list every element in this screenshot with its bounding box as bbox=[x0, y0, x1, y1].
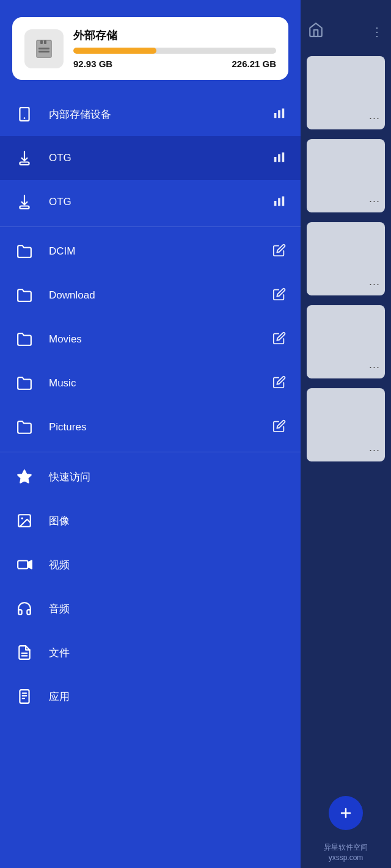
storage-title: 外部存储 bbox=[73, 28, 276, 43]
storage-card[interactable]: 外部存储 92.93 GB 226.21 GB bbox=[12, 17, 288, 80]
right-panel: ⋮ ··· ··· ··· ··· ··· 异星软件空间 yxssp.com bbox=[301, 0, 391, 868]
storage-total: 226.21 GB bbox=[232, 59, 276, 69]
sidebar-item-music[interactable]: Music bbox=[0, 361, 301, 405]
sidebar-item-otg2[interactable]: OTG bbox=[0, 180, 301, 224]
right-card-1: ··· bbox=[307, 56, 385, 129]
sidebar-item-download-label: Download bbox=[49, 289, 272, 302]
svg-rect-10 bbox=[274, 157, 277, 162]
svg-rect-14 bbox=[278, 198, 280, 206]
svg-rect-11 bbox=[278, 154, 280, 162]
more-icon[interactable]: ⋮ bbox=[371, 24, 384, 39]
right-header: ⋮ bbox=[301, 0, 391, 51]
folder-icon-music bbox=[15, 375, 34, 391]
svg-rect-7 bbox=[274, 113, 277, 118]
sidebar-item-images-label: 图像 bbox=[49, 514, 286, 528]
sidebar-item-files-label: 文件 bbox=[49, 646, 286, 660]
sidebar-item-otg1-label: OTG bbox=[49, 152, 272, 164]
svg-rect-8 bbox=[278, 110, 280, 118]
card-dots-3[interactable]: ··· bbox=[369, 278, 380, 291]
sidebar-item-internal[interactable]: 内部存储设备 bbox=[0, 92, 301, 136]
storage-bar-fill bbox=[73, 48, 156, 54]
sidebar-item-audio-label: 音频 bbox=[49, 602, 286, 616]
storage-info: 外部存储 92.93 GB 226.21 GB bbox=[73, 28, 276, 69]
storage-sizes: 92.93 GB 226.21 GB bbox=[73, 59, 276, 69]
sidebar-item-movies[interactable]: Movies bbox=[0, 317, 301, 361]
watermark-line2: yxssp.com bbox=[305, 853, 386, 863]
card-dots-2[interactable]: ··· bbox=[369, 195, 380, 208]
sidebar-item-quickaccess[interactable]: 快速访问 bbox=[0, 455, 301, 499]
svg-rect-1 bbox=[40, 40, 43, 44]
card-dots-1[interactable]: ··· bbox=[369, 112, 380, 125]
folder-icon-movies bbox=[15, 331, 34, 347]
svg-rect-12 bbox=[282, 152, 285, 162]
folder-icon-download bbox=[15, 288, 34, 303]
sidebar-item-video-label: 视频 bbox=[49, 558, 286, 572]
svg-rect-2 bbox=[44, 40, 46, 44]
sidebar-item-download[interactable]: Download bbox=[0, 273, 301, 317]
edit-icon-movies bbox=[272, 331, 286, 348]
svg-point-18 bbox=[21, 518, 23, 519]
sidebar-item-audio[interactable]: 音频 bbox=[0, 587, 301, 631]
right-card-2: ··· bbox=[307, 139, 385, 212]
sidebar-item-video[interactable]: 视频 bbox=[0, 543, 301, 587]
sidebar-item-images[interactable]: 图像 bbox=[0, 499, 301, 543]
storage-bar bbox=[73, 48, 276, 54]
folder-icon-pictures bbox=[15, 419, 34, 435]
edit-icon-dcim bbox=[272, 244, 286, 260]
watermark: 异星软件空间 yxssp.com bbox=[301, 837, 391, 868]
edit-icon-download bbox=[272, 288, 286, 304]
svg-rect-9 bbox=[282, 108, 285, 118]
fab-button[interactable] bbox=[329, 796, 363, 830]
video-icon bbox=[15, 557, 34, 573]
bar-chart-icon-otg1 bbox=[272, 150, 286, 167]
sidebar-item-movies-label: Movies bbox=[49, 333, 272, 345]
svg-marker-16 bbox=[18, 470, 31, 483]
svg-rect-4 bbox=[38, 51, 49, 52]
right-card-3: ··· bbox=[307, 222, 385, 295]
svg-rect-15 bbox=[282, 196, 285, 206]
edit-icon-pictures bbox=[272, 419, 286, 436]
divider-1 bbox=[0, 226, 301, 227]
storage-icon-box bbox=[24, 29, 64, 68]
sidebar-item-otg1[interactable]: OTG bbox=[0, 136, 301, 180]
right-cards: ··· ··· ··· ··· ··· bbox=[301, 51, 391, 789]
svg-rect-13 bbox=[274, 201, 277, 206]
sidebar-item-music-label: Music bbox=[49, 377, 272, 389]
card-dots-4[interactable]: ··· bbox=[369, 361, 380, 374]
menu-section: 内部存储设备 OTG OTG bbox=[0, 92, 301, 868]
folder-icon-dcim bbox=[15, 244, 34, 259]
bar-chart-icon-internal bbox=[272, 106, 286, 123]
edit-icon-music bbox=[272, 375, 286, 392]
svg-rect-3 bbox=[38, 48, 49, 49]
sidebar-item-apps[interactable]: 应用 bbox=[0, 675, 301, 718]
headphone-icon bbox=[15, 601, 34, 617]
right-card-4: ··· bbox=[307, 305, 385, 378]
sidebar-item-dcim-label: DCIM bbox=[49, 245, 272, 258]
sidebar-item-apps-label: 应用 bbox=[49, 690, 286, 704]
home-icon[interactable] bbox=[308, 22, 324, 42]
svg-marker-20 bbox=[27, 561, 32, 569]
sidebar-item-files[interactable]: 文件 bbox=[0, 631, 301, 675]
sidebar-item-quickaccess-label: 快速访问 bbox=[49, 470, 286, 484]
right-card-5: ··· bbox=[307, 388, 385, 461]
sidebar-item-otg2-label: OTG bbox=[49, 196, 272, 208]
sd-card-icon bbox=[33, 38, 55, 60]
sidebar: 外部存储 92.93 GB 226.21 GB 内部存储设备 bbox=[0, 0, 301, 868]
file-icon bbox=[15, 645, 34, 660]
bar-chart-icon-otg2 bbox=[272, 194, 286, 211]
svg-rect-19 bbox=[18, 561, 27, 569]
usb-icon-1 bbox=[15, 150, 34, 166]
storage-used: 92.93 GB bbox=[73, 59, 112, 69]
card-dots-5[interactable]: ··· bbox=[369, 444, 380, 457]
sidebar-item-internal-label: 内部存储设备 bbox=[49, 107, 272, 121]
watermark-line1: 异星软件空间 bbox=[305, 842, 386, 853]
image-icon bbox=[15, 513, 34, 529]
divider-2 bbox=[0, 452, 301, 452]
sidebar-item-pictures[interactable]: Pictures bbox=[0, 405, 301, 449]
usb-icon-2 bbox=[15, 194, 34, 210]
tablet-icon bbox=[15, 106, 34, 122]
sidebar-item-dcim[interactable]: DCIM bbox=[0, 230, 301, 273]
app-icon bbox=[15, 689, 34, 704]
star-icon bbox=[15, 469, 34, 485]
sidebar-item-pictures-label: Pictures bbox=[49, 421, 272, 433]
